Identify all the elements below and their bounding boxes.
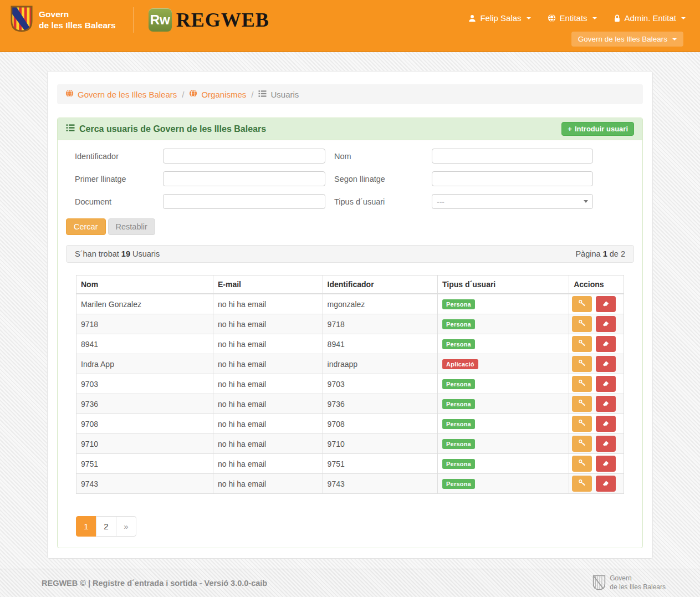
cell-nom: 9743 — [76, 474, 213, 494]
delete-eraser-button[interactable] — [596, 336, 616, 352]
delete-eraser-button[interactable] — [596, 476, 616, 492]
breadcrumb-separator: / — [182, 90, 184, 99]
primer-llinatge-label: Primer llinatge — [66, 175, 163, 183]
chevron-down-icon — [584, 200, 588, 203]
cell-email: no hi ha email — [213, 354, 323, 374]
user-type-badge: Persona — [442, 339, 475, 349]
delete-eraser-button[interactable] — [596, 456, 616, 472]
cell-identificador: 9710 — [323, 434, 437, 454]
segon-llinatge-input[interactable] — [432, 171, 593, 186]
cell-nom: 8941 — [76, 334, 213, 354]
permissions-key-button[interactable] — [572, 316, 592, 332]
identificador-input[interactable] — [163, 149, 325, 164]
cell-actions — [569, 434, 624, 454]
permissions-key-button[interactable] — [572, 396, 592, 412]
user-type-badge: Persona — [442, 439, 475, 449]
user-type-badge: Aplicació — [442, 359, 478, 369]
permissions-key-button[interactable] — [572, 296, 592, 312]
document-input[interactable] — [163, 194, 325, 209]
cell-email: no hi ha email — [213, 474, 323, 494]
page-next-button[interactable]: » — [116, 516, 136, 537]
key-icon — [578, 399, 586, 409]
cell-actions — [569, 394, 624, 414]
eraser-icon — [602, 459, 610, 468]
key-icon — [578, 319, 586, 329]
search-panel-heading: Cerca usuaris de Govern de les Illes Bal… — [58, 118, 642, 140]
breadcrumb-separator: / — [251, 90, 253, 99]
nav-entitats-menu[interactable]: Entitats — [548, 13, 597, 23]
cell-email: no hi ha email — [213, 454, 323, 474]
permissions-key-button[interactable] — [572, 416, 592, 432]
cell-identificador: indraapp — [323, 354, 437, 374]
cell-nom: Marilen Gonzalez — [76, 294, 213, 314]
permissions-key-button[interactable] — [572, 456, 592, 472]
user-icon — [468, 14, 476, 22]
cell-actions — [569, 454, 624, 474]
table-row: 9708 no hi ha email 9708 Persona — [76, 414, 624, 434]
cell-nom: 9708 — [76, 414, 213, 434]
search-panel-body: Identificador Nom Primer llinatge Segon … — [58, 140, 642, 548]
permissions-key-button[interactable] — [572, 356, 592, 372]
cell-identificador: 9703 — [323, 374, 437, 394]
user-type-badge: Persona — [442, 419, 475, 429]
table-row: Indra App no hi ha email indraapp Aplica… — [76, 354, 624, 374]
add-user-button[interactable]: + Introduir usuari — [561, 122, 634, 136]
delete-eraser-button[interactable] — [596, 316, 616, 332]
cell-email: no hi ha email — [213, 394, 323, 414]
globe-icon — [65, 89, 74, 99]
nom-input[interactable] — [432, 149, 593, 164]
cell-email: no hi ha email — [213, 334, 323, 354]
cell-tipus: Aplicació — [438, 354, 569, 374]
column-header-nom: Nom — [76, 275, 213, 294]
breadcrumb-item-govern[interactable]: Govern de les Illes Balears — [65, 89, 177, 99]
permissions-key-button[interactable] — [572, 376, 592, 392]
brand: Govern de les Illes Balears Rw REGWEB — [10, 5, 269, 34]
reset-button[interactable]: Restablir — [108, 218, 155, 235]
page-button-1[interactable]: 1 — [76, 516, 96, 537]
cell-identificador: 9708 — [323, 414, 437, 434]
permissions-key-button[interactable] — [572, 476, 592, 492]
cell-identificador: 9743 — [323, 474, 437, 494]
delete-eraser-button[interactable] — [596, 376, 616, 392]
globe-icon — [189, 89, 197, 99]
app-header: Govern de les Illes Balears Rw REGWEB Fe… — [0, 0, 700, 52]
chevron-down-icon — [592, 17, 597, 19]
eraser-icon — [602, 379, 610, 389]
eraser-icon — [602, 439, 610, 448]
cell-actions — [569, 314, 624, 334]
primer-llinatge-input[interactable] — [163, 171, 325, 186]
page-button-2[interactable]: 2 — [96, 516, 116, 537]
search-button[interactable]: Cercar — [66, 218, 106, 235]
cell-nom: Indra App — [76, 354, 213, 374]
list-icon — [258, 90, 267, 99]
permissions-key-button[interactable] — [572, 336, 592, 352]
nav-user-menu[interactable]: Felip Salas — [468, 13, 530, 23]
eraser-icon — [602, 319, 610, 329]
delete-eraser-button[interactable] — [596, 356, 616, 372]
breadcrumb-item-organismes[interactable]: Organismes — [189, 89, 246, 99]
user-type-badge: Persona — [442, 479, 475, 489]
cell-tipus: Persona — [438, 394, 569, 414]
key-icon — [578, 419, 586, 428]
cell-identificador: 9736 — [323, 394, 437, 414]
delete-eraser-button[interactable] — [596, 396, 616, 412]
entity-selector-button[interactable]: Govern de les Illes Balears — [571, 32, 683, 47]
tipus-usuari-label: Tipus d´usuari — [325, 197, 432, 206]
results-summary-bar: S´han trobat 19 Usuaris Pàgina 1 de 2 — [66, 245, 634, 263]
table-row: 9743 no hi ha email 9743 Persona — [76, 474, 624, 494]
eraser-icon — [602, 479, 610, 488]
cell-email: no hi ha email — [213, 314, 323, 334]
delete-eraser-button[interactable] — [596, 296, 616, 312]
eraser-icon — [602, 299, 610, 309]
tipus-usuari-select[interactable]: --- — [432, 194, 593, 209]
cell-nom: 9718 — [76, 314, 213, 334]
key-icon — [578, 459, 586, 468]
key-icon — [578, 479, 586, 488]
permissions-key-button[interactable] — [572, 436, 592, 452]
nav-admin-menu[interactable]: Admin. Entitat — [614, 13, 686, 23]
cell-tipus: Persona — [438, 294, 569, 314]
delete-eraser-button[interactable] — [596, 416, 616, 432]
cell-email: no hi ha email — [213, 294, 323, 314]
results-count-text: S´han trobat 19 Usuaris — [75, 249, 160, 258]
delete-eraser-button[interactable] — [596, 436, 616, 452]
